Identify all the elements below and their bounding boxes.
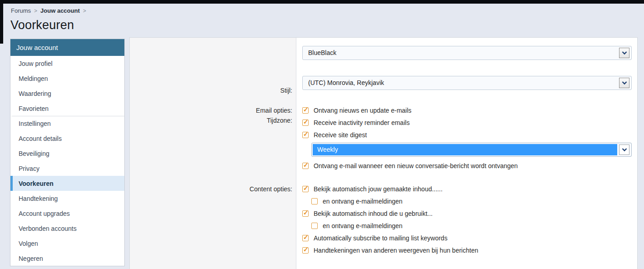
sidebar-item-voorkeuren[interactable]: Voorkeuren bbox=[10, 176, 124, 191]
checkbox-label[interactable]: Ontvang nieuws en update e-mails bbox=[314, 107, 412, 114]
chevron-down-icon bbox=[622, 148, 627, 152]
sidebar-item-volgen[interactable]: Volgen bbox=[10, 236, 124, 251]
option-conversation-email: ✓ Ontvang e-mail wanneer een nieuw conve… bbox=[302, 161, 518, 170]
sidebar-item-waardering[interactable]: Waardering bbox=[10, 86, 124, 101]
option-mailing-list-keywords: ✓ Automatically subscribe to mailing lis… bbox=[302, 234, 447, 243]
email-options-label: Email opties: bbox=[130, 106, 292, 115]
check-icon: ✓ bbox=[303, 130, 309, 138]
timezone-select-value: (UTC) Monrovia, Reykjavik bbox=[308, 79, 384, 86]
option-inactivity-reminder: ✓ Receive inactivity reminder emails bbox=[302, 118, 410, 127]
checkbox[interactable]: ✓ bbox=[302, 210, 309, 217]
content-options-label: Content opties: bbox=[130, 184, 292, 194]
checkbox[interactable]: ✓ bbox=[302, 235, 309, 241]
sidebar-item-meldingen[interactable]: Meldingen bbox=[10, 71, 124, 86]
digest-frequency-select-button[interactable] bbox=[619, 144, 629, 155]
checkbox[interactable]: ✓ bbox=[302, 107, 309, 114]
check-icon: ✓ bbox=[303, 234, 309, 241]
checkbox[interactable]: ✓ bbox=[302, 120, 309, 126]
sidebar-item-verbonden-accounts[interactable]: Verbonden accounts bbox=[10, 221, 124, 236]
checkbox-label[interactable]: Bekijk automatisch inhoud die u gebruikt… bbox=[314, 210, 433, 217]
checkbox-label[interactable]: en ontvang e-mailmeldingen bbox=[323, 198, 403, 205]
sidebar-item-jouw-profiel[interactable]: Jouw profiel bbox=[10, 56, 124, 71]
checkbox[interactable]: ✓ bbox=[302, 247, 309, 254]
preferences-form: Stijl: BlueBlack Tijdzone: (UTC) Monrovi… bbox=[129, 37, 638, 269]
sidebar-item-negeren[interactable]: Negeren bbox=[10, 251, 124, 266]
style-label: Stijl: bbox=[130, 86, 292, 95]
checkbox-label[interactable]: Bekijk automatisch jouw gemaakte inhoud.… bbox=[314, 185, 442, 193]
sidebar-item-account-upgrades[interactable]: Account upgrades bbox=[10, 206, 124, 221]
sidebar-item-handtekening[interactable]: Handtekening bbox=[10, 191, 124, 206]
breadcrumb-separator: > bbox=[83, 8, 86, 14]
checkbox-label[interactable]: en ontvang e-mailmeldingen bbox=[323, 222, 403, 229]
option-created-content-email: ✓ en ontvang e-mailmeldingen bbox=[311, 197, 403, 206]
option-receive-news-emails: ✓ Ontvang nieuws en update e-mails bbox=[302, 106, 412, 115]
timezone-select[interactable]: (UTC) Monrovia, Reykjavik bbox=[302, 76, 632, 90]
form-label-column bbox=[130, 38, 296, 269]
check-icon: ✓ bbox=[303, 246, 309, 253]
check-icon: ✓ bbox=[303, 106, 309, 113]
digest-frequency-select[interactable]: Weekly bbox=[311, 143, 632, 157]
style-select-button[interactable] bbox=[619, 48, 629, 58]
checkbox[interactable]: ✓ bbox=[302, 163, 309, 169]
sidebar-item-favorieten[interactable]: Favorieten bbox=[10, 101, 124, 116]
checkbox-label[interactable]: Automatically subscribe to mailing list … bbox=[314, 234, 447, 242]
window-top-edge bbox=[0, 0, 644, 4]
chevron-down-icon bbox=[622, 81, 627, 85]
sidebar-item-account-details[interactable]: Account details bbox=[10, 131, 124, 146]
timezone-select-button[interactable] bbox=[619, 78, 629, 88]
checkbox-label[interactable]: Receive site digest bbox=[314, 131, 367, 139]
checkbox-label[interactable]: Handtekeningen van anderen weergeven bij… bbox=[314, 247, 478, 254]
window-left-edge bbox=[0, 0, 3, 44]
style-select-value: BlueBlack bbox=[308, 49, 336, 56]
checkbox-label[interactable]: Ontvang e-mail wanneer een nieuw convers… bbox=[314, 162, 518, 169]
page-title: Voorkeuren bbox=[10, 18, 74, 32]
checkbox-label[interactable]: Receive inactivity reminder emails bbox=[314, 119, 410, 126]
option-watch-created-content: ✓ Bekijk automatisch jouw gemaakte inhou… bbox=[302, 184, 442, 194]
checkbox[interactable]: ✓ bbox=[302, 186, 309, 192]
check-icon: ✓ bbox=[303, 161, 309, 169]
account-sidebar: Jouw account Jouw profiel Meldingen Waar… bbox=[10, 39, 125, 266]
checkbox[interactable]: ✓ bbox=[311, 198, 318, 204]
breadcrumb-link-jouw-account[interactable]: Jouw account bbox=[40, 7, 80, 14]
check-icon: ✓ bbox=[303, 118, 309, 125]
checkbox[interactable]: ✓ bbox=[311, 223, 318, 229]
check-icon: ✓ bbox=[303, 184, 309, 192]
sidebar-item-instellingen[interactable]: Instellingen bbox=[10, 116, 124, 131]
breadcrumb: Forums>Jouw account> bbox=[11, 7, 89, 14]
option-site-digest: ✓ Receive site digest bbox=[302, 130, 367, 139]
style-select[interactable]: BlueBlack bbox=[302, 46, 632, 60]
option-show-signatures: ✓ Handtekeningen van anderen weergeven b… bbox=[302, 246, 478, 255]
sidebar-item-beveiliging[interactable]: Beveiliging bbox=[10, 146, 124, 161]
check-icon: ✓ bbox=[303, 209, 309, 216]
breadcrumb-link-forums[interactable]: Forums bbox=[11, 7, 31, 14]
chevron-down-icon bbox=[622, 51, 627, 55]
digest-frequency-value: Weekly bbox=[313, 144, 617, 155]
breadcrumb-separator: > bbox=[34, 8, 37, 14]
option-watch-interacted-content: ✓ Bekijk automatisch inhoud die u gebrui… bbox=[302, 209, 433, 218]
sidebar-header-jouw-account[interactable]: Jouw account bbox=[10, 39, 124, 56]
option-interacted-content-email: ✓ en ontvang e-mailmeldingen bbox=[311, 221, 403, 230]
checkbox[interactable]: ✓ bbox=[302, 132, 309, 138]
timezone-label: Tijdzone: bbox=[130, 116, 292, 125]
sidebar-item-privacy[interactable]: Privacy bbox=[10, 161, 124, 176]
